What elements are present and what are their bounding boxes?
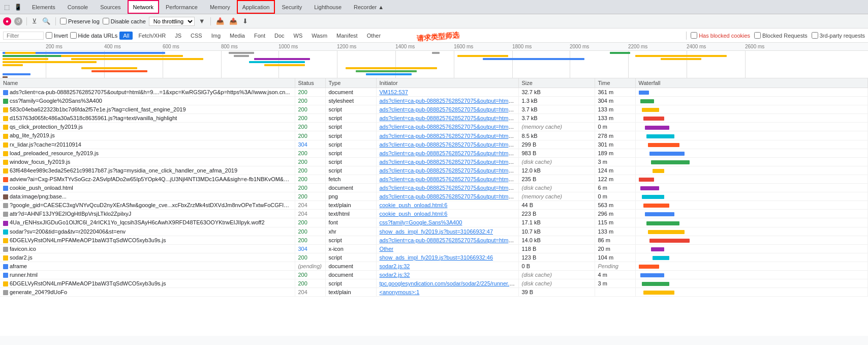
row-initiator[interactable]: VM152:537 (380, 89, 408, 95)
table-row[interactable]: sodar?sv=200&tid=gda&tv=r20220406&st=env… (0, 227, 868, 236)
tab-lighthouse[interactable]: Lighthouse (308, 0, 347, 14)
export2-icon[interactable]: ⬇ (241, 17, 249, 25)
row-initiator[interactable]: ads?client=ca-pub-0888257628527075&outpu… (380, 185, 519, 191)
type-btn-font[interactable]: Font (251, 32, 269, 40)
device-icon[interactable]: 📱 (13, 3, 22, 12)
row-initiator[interactable]: sodar2.js:32 (380, 263, 410, 269)
row-initiator[interactable]: ads?client=ca-pub-0888257628527075&outpu… (380, 193, 519, 199)
col-header-status[interactable]: Status (295, 78, 325, 88)
invert-label[interactable]: Invert (46, 32, 68, 39)
type-btn-doc[interactable]: Doc (271, 32, 288, 40)
row-initiator[interactable]: ads?client=ca-pub-0888257628527075&outpu… (380, 115, 519, 121)
row-initiator[interactable]: ads?client=ca-pub-0888257628527075&outpu… (380, 124, 519, 130)
third-party-label[interactable]: 3rd-party requests (812, 32, 865, 39)
invert-checkbox[interactable] (46, 32, 52, 39)
row-initiator[interactable]: ads?client=ca-pub-0888257628527075&outpu… (380, 167, 519, 174)
row-initiator[interactable]: cookie_push_onload.html:6 (380, 202, 448, 208)
type-btn-manifest[interactable]: Manifest (333, 32, 361, 40)
has-blocked-cookies-checkbox[interactable] (691, 32, 697, 39)
throttle-arrow-icon[interactable]: ▼ (198, 17, 206, 25)
table-row[interactable]: window_focus_fy2019.js200scriptads?clien… (0, 157, 868, 166)
row-initiator[interactable]: ads?client=ca-pub-0888257628527075&outpu… (380, 150, 519, 156)
disable-cache-checkbox[interactable] (103, 18, 109, 24)
has-blocked-cookies-label[interactable]: Has blocked cookies (691, 32, 750, 39)
row-initiator[interactable]: sodar2.js:32 (380, 272, 410, 278)
row-initiator[interactable]: show_ads_impl_fy2019.js?bust=31066932:47 (380, 228, 493, 235)
inspect-icon[interactable]: ⬚ (2, 3, 11, 12)
disable-cache-label[interactable]: Disable cache (103, 18, 146, 24)
table-row[interactable]: 6DGELVyRstON4LmPFAMeAOP1baW3TqSdWCO5xyb3… (0, 236, 868, 244)
tab-security[interactable]: Security (276, 0, 307, 14)
tab-recorder[interactable]: Recorder ▲ (348, 0, 389, 14)
row-initiator[interactable]: ads?client=ca-pub-0888257628527075&outpu… (380, 237, 519, 243)
row-initiator[interactable]: ads?client=ca-pub-0888257628527075&outpu… (380, 141, 519, 148)
row-initiator[interactable]: <anonymous>:1 (380, 289, 420, 295)
row-initiator[interactable]: ads?client=ca-pub-0888257628527075&outpu… (380, 176, 519, 182)
table-row[interactable]: 583c04eba622323b1bc7d6fda2f57e1e.js?tag=… (0, 105, 868, 114)
tab-network[interactable]: Network (128, 0, 159, 14)
type-btn-all[interactable]: All (119, 32, 133, 40)
table-row[interactable]: cookie_push_onload.html200documentads?cl… (0, 184, 868, 192)
row-initiator[interactable]: ads?client=ca-pub-0888257628527075&outpu… (380, 133, 519, 139)
preserve-log-checkbox[interactable] (60, 18, 67, 24)
tab-performance[interactable]: Performance (160, 0, 203, 14)
clear-button[interactable]: ↺ (14, 17, 22, 25)
type-btn-css[interactable]: CSS (187, 32, 206, 40)
record-button[interactable]: ● (3, 17, 11, 25)
col-header-size[interactable]: Size (518, 78, 595, 88)
filter-icon[interactable]: ⊻ (31, 17, 38, 25)
col-header-type[interactable]: Type (325, 78, 376, 88)
filter-input[interactable] (3, 32, 44, 40)
tab-application[interactable]: Application (237, 0, 275, 14)
row-initiator[interactable]: show_ads_impl_fy2019.js?bust=31066932:46 (380, 254, 493, 261)
table-row[interactable]: sodar2.js200scriptshow_ads_impl_fy2019.j… (0, 253, 868, 262)
table-row[interactable]: adview?ai=Cxg-PSMxTYvSoGcz-2ASvlpfADo2w6… (0, 175, 868, 183)
col-header-time[interactable]: Time (595, 78, 635, 88)
hide-data-urls-checkbox[interactable] (70, 32, 77, 39)
row-initiator[interactable]: cookie_push_onload.html:6 (380, 211, 448, 217)
row-initiator[interactable]: css?family=Google.Sans%3A400 (380, 219, 462, 225)
type-btn-media[interactable]: Media (226, 32, 249, 40)
table-row[interactable]: 63f6484ee989c3eda25e621c99817b87.js?tag=… (0, 166, 868, 175)
table-row[interactable]: qs_click_protection_fy2019.js200scriptad… (0, 123, 868, 131)
import-icon[interactable]: 📥 (215, 17, 225, 25)
col-header-initiator[interactable]: Initiator (376, 78, 518, 88)
blocked-requests-label[interactable]: Blocked Requests (754, 32, 808, 39)
blocked-requests-checkbox[interactable] (754, 32, 761, 39)
table-row[interactable]: runner.html200documentsodar2.js:32(disk … (0, 270, 868, 279)
tab-sources[interactable]: Sources (95, 0, 126, 14)
type-btn-fetch[interactable]: Fetch/XHR (135, 32, 169, 40)
table-row[interactable]: 6DGELVyRstON4LmPFAMeAOP1baW3TqSdWCO5xyb3… (0, 279, 868, 288)
type-btn-img[interactable]: Img (208, 32, 224, 40)
table-row[interactable]: css?family=Google%20Sans%3A400200stylesh… (0, 97, 868, 105)
hide-data-urls-label[interactable]: Hide data URLs (70, 32, 118, 39)
table-row[interactable]: rx_lidar.js?cache=r20110914304scriptads?… (0, 140, 868, 149)
table-row[interactable]: generate_204?9dUoFo204text/plain<anonymo… (0, 288, 868, 297)
row-initiator[interactable]: tpc.googlesyndication.com/sodar/sodar2/2… (380, 280, 519, 286)
tab-console[interactable]: Console (62, 0, 94, 14)
table-row[interactable]: 4Ua_rENHsxJIGDuGo1OlJfC6l_24rICK1Yo_lqcs… (0, 218, 868, 227)
row-initiator[interactable]: ads?client=ca-pub-0888257628527075&outpu… (380, 159, 519, 165)
table-row[interactable]: attr?d=AHNF13JY9E2IOgHtIBpVrsjLTklo2Zpil… (0, 210, 868, 218)
third-party-checkbox[interactable] (812, 32, 818, 39)
type-btn-ws[interactable]: WS (290, 32, 306, 40)
col-header-waterfall[interactable]: Waterfall (635, 78, 868, 88)
throttle-select[interactable]: No throttling (149, 17, 195, 26)
row-initiator[interactable]: ads?client=ca-pub-0888257628527075&outpu… (380, 98, 519, 104)
export-icon[interactable]: 📤 (228, 17, 238, 25)
table-row[interactable]: abg_lite_fy2019.js200scriptads?client=ca… (0, 131, 868, 140)
col-header-name[interactable]: Name (0, 78, 295, 88)
type-btn-js[interactable]: JS (171, 32, 185, 40)
type-btn-other[interactable]: Other (363, 32, 385, 40)
table-row[interactable]: ads?client=ca-pub-0888257628527075&outpu… (0, 88, 868, 97)
tab-elements[interactable]: Elements (26, 0, 61, 14)
table-row[interactable]: aframe(pending)documentsodar2.js:320 BPe… (0, 262, 868, 270)
table-row[interactable]: load_preloaded_resource_fy2019.js200scri… (0, 149, 868, 157)
preserve-log-label[interactable]: Preserve log (60, 18, 100, 24)
table-row[interactable]: data:image/png;base...200pngads?client=c… (0, 192, 868, 201)
table-row[interactable]: ?google_gid=CAESEC3xgVNYvQcuD2nyXErASfw&… (0, 201, 868, 210)
table-row[interactable]: favicon.ico304x-iconOther118 B20 m (0, 244, 868, 253)
row-initiator[interactable]: Other (380, 246, 394, 252)
type-btn-wasm[interactable]: Wasm (308, 32, 331, 40)
table-row[interactable]: d153763d065fc486a30a5318c8635961.js?tag=… (0, 114, 868, 123)
